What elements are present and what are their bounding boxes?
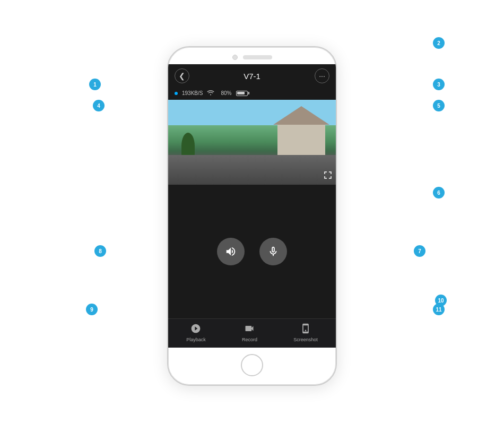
badge-3: 3: [433, 79, 445, 90]
fullscreen-icon[interactable]: [324, 171, 332, 180]
phone-shell: ❮ V7-1 ··· 193KB/S 80%: [167, 46, 337, 386]
front-camera: [232, 55, 238, 60]
screenshot-label: Screenshot: [293, 337, 318, 342]
microphone-button[interactable]: [259, 238, 287, 265]
wifi-icon: [207, 90, 214, 97]
app-screen: ❮ V7-1 ··· 193KB/S 80%: [168, 64, 336, 348]
network-speed: 193KB/S: [182, 90, 203, 96]
more-options-button[interactable]: ···: [315, 68, 329, 83]
phone-bottom: [168, 348, 336, 385]
back-button[interactable]: ❮: [175, 68, 189, 83]
app-header: ❮ V7-1 ···: [168, 64, 336, 88]
controls-area: [168, 185, 336, 318]
video-area: [168, 100, 336, 185]
battery-icon: [236, 91, 249, 96]
badge-9: 9: [86, 304, 98, 315]
badge-4: 4: [93, 100, 105, 111]
playback-icon: [190, 323, 201, 335]
badge-2: 2: [433, 37, 445, 49]
badge-7: 7: [414, 245, 425, 257]
badge-11: 11: [433, 304, 445, 315]
badge-1: 1: [89, 79, 101, 90]
badge-6: 6: [433, 187, 445, 198]
record-label: Record: [242, 337, 257, 342]
page-wrapper: 1 2 3 4 5 6 7 8 9 10 11 ❮ V7-1 ··· 193KB…: [0, 0, 504, 432]
battery-percent: 80%: [221, 90, 231, 96]
header-title: V7-1: [244, 72, 260, 81]
tab-playback[interactable]: Playback: [182, 323, 210, 342]
audio-controls: [217, 238, 287, 265]
scene-road: [168, 155, 336, 185]
tab-record[interactable]: Record: [238, 323, 262, 342]
scene-house: [277, 122, 325, 159]
status-dot: [175, 92, 178, 95]
screenshot-icon: [300, 323, 311, 335]
earpiece-speaker: [243, 55, 272, 59]
badge-8: 8: [94, 245, 106, 257]
playback-label: Playback: [186, 337, 206, 342]
tab-bar: Playback Record: [168, 318, 336, 348]
status-bar: 193KB/S 80%: [168, 88, 336, 100]
phone-top-bar: [168, 47, 336, 64]
home-button[interactable]: [241, 354, 263, 376]
speaker-button[interactable]: [217, 238, 245, 265]
badge-5: 5: [433, 100, 445, 111]
tab-screenshot[interactable]: Screenshot: [289, 323, 322, 342]
record-icon: [244, 323, 255, 335]
video-feed: [168, 100, 336, 185]
